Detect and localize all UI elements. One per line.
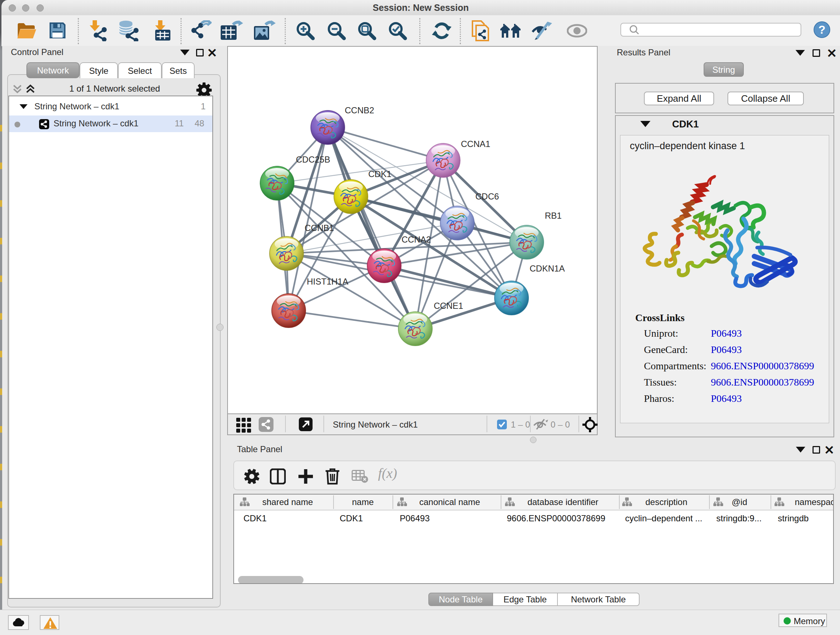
- svg-text:CCNB1: CCNB1: [305, 223, 334, 233]
- svg-text:CCNA1: CCNA1: [461, 139, 490, 149]
- svg-text:CDC6: CDC6: [475, 192, 499, 201]
- svg-text:CCNE1: CCNE1: [434, 301, 463, 310]
- svg-text:?: ?: [818, 23, 826, 36]
- svg-text:HIST1H1A: HIST1H1A: [307, 277, 348, 287]
- svg-text:CDC25B: CDC25B: [296, 155, 330, 165]
- svg-text:CCNA2: CCNA2: [401, 234, 431, 244]
- svg-text:CDKN1A: CDKN1A: [530, 264, 565, 273]
- svg-text:CDK1: CDK1: [368, 169, 392, 179]
- svg-text:RB1: RB1: [545, 211, 562, 220]
- svg-text:CCNB2: CCNB2: [345, 105, 374, 115]
